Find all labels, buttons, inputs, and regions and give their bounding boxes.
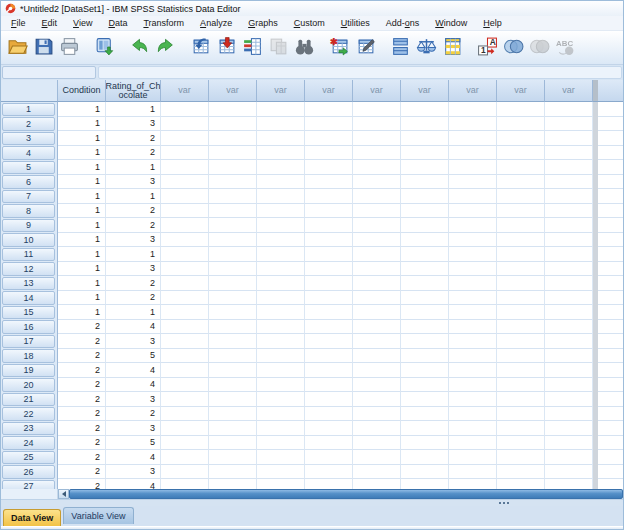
column-header-var-3[interactable]: var [257, 80, 305, 102]
cell-empty[interactable] [209, 218, 257, 233]
cell-empty[interactable] [257, 204, 305, 219]
cell-empty[interactable] [545, 421, 593, 436]
cell-empty[interactable] [449, 175, 497, 190]
cell-empty[interactable] [353, 204, 401, 219]
row-header-14[interactable]: 14 [1, 291, 58, 306]
cell-empty[interactable] [401, 247, 449, 262]
cell-rating-row23[interactable]: 3 [106, 421, 161, 436]
cell-empty[interactable] [401, 378, 449, 393]
cell-empty[interactable] [305, 189, 353, 204]
cell-empty[interactable] [257, 363, 305, 378]
cell-empty[interactable] [161, 363, 209, 378]
cell-empty[interactable] [401, 363, 449, 378]
column-header-condition[interactable]: Condition [58, 80, 106, 102]
cell-empty[interactable] [497, 218, 545, 233]
column-header-var-partial[interactable] [598, 80, 623, 102]
cell-condition-row7[interactable]: 1 [58, 189, 106, 204]
cell-rating-row16[interactable]: 4 [106, 320, 161, 335]
cell-empty[interactable] [353, 247, 401, 262]
cell-empty[interactable] [449, 407, 497, 422]
cell-empty[interactable] [161, 247, 209, 262]
cell-empty[interactable] [545, 479, 593, 489]
column-header-var-7[interactable]: var [449, 80, 497, 102]
cell-empty[interactable] [497, 276, 545, 291]
open-folder-button[interactable] [4, 34, 30, 61]
tab-data-view[interactable]: Data View [3, 509, 61, 526]
cell-empty[interactable] [161, 305, 209, 320]
cell-empty[interactable] [209, 349, 257, 364]
cell-empty[interactable] [401, 349, 449, 364]
cell-empty[interactable] [305, 117, 353, 132]
cell-empty[interactable] [598, 436, 623, 451]
cell-empty[interactable] [305, 479, 353, 489]
cell-empty[interactable] [257, 175, 305, 190]
cell-empty[interactable] [209, 392, 257, 407]
cell-empty[interactable] [401, 291, 449, 306]
cell-empty[interactable] [497, 363, 545, 378]
cell-empty[interactable] [209, 450, 257, 465]
cell-empty[interactable] [545, 436, 593, 451]
row-header-10[interactable]: 10 [1, 233, 58, 248]
cell-empty[interactable] [353, 305, 401, 320]
cell-empty[interactable] [305, 131, 353, 146]
cell-empty[interactable] [545, 450, 593, 465]
cell-empty[interactable] [449, 189, 497, 204]
cell-empty[interactable] [545, 175, 593, 190]
cell-empty[interactable] [305, 102, 353, 117]
cell-condition-row26[interactable]: 2 [58, 465, 106, 480]
cell-empty[interactable] [209, 334, 257, 349]
cell-empty[interactable] [598, 349, 623, 364]
cell-empty[interactable] [161, 436, 209, 451]
cell-empty[interactable] [401, 436, 449, 451]
cell-empty[interactable] [449, 117, 497, 132]
cell-empty[interactable] [257, 378, 305, 393]
menu-file[interactable]: File [3, 17, 34, 29]
row-header-18[interactable]: 18 [1, 349, 58, 364]
cell-empty[interactable] [305, 392, 353, 407]
row-header-2[interactable]: 2 [1, 117, 58, 132]
cell-condition-row13[interactable]: 1 [58, 276, 106, 291]
cell-empty[interactable] [449, 450, 497, 465]
cell-empty[interactable] [257, 407, 305, 422]
cell-empty[interactable] [545, 189, 593, 204]
cell-empty[interactable] [545, 247, 593, 262]
grid-corner-cell[interactable] [1, 80, 58, 102]
cell-empty[interactable] [401, 160, 449, 175]
cell-empty[interactable] [449, 291, 497, 306]
cell-rating-row11[interactable]: 1 [106, 247, 161, 262]
cell-condition-row10[interactable]: 1 [58, 233, 106, 248]
cell-empty[interactable] [305, 465, 353, 480]
cell-empty[interactable] [257, 479, 305, 489]
cell-empty[interactable] [545, 233, 593, 248]
cell-empty[interactable] [598, 189, 623, 204]
cell-empty[interactable] [449, 479, 497, 489]
cell-condition-row12[interactable]: 1 [58, 262, 106, 277]
row-header-6[interactable]: 6 [1, 175, 58, 190]
cell-condition-row14[interactable]: 1 [58, 291, 106, 306]
cell-empty[interactable] [401, 450, 449, 465]
cell-empty[interactable] [401, 479, 449, 489]
cell-empty[interactable] [353, 117, 401, 132]
cell-rating-row26[interactable]: 3 [106, 465, 161, 480]
cell-empty[interactable] [598, 363, 623, 378]
cell-empty[interactable] [305, 305, 353, 320]
cell-empty[interactable] [209, 247, 257, 262]
cell-empty[interactable] [209, 320, 257, 335]
row-header-24[interactable]: 24 [1, 436, 58, 451]
undo-button[interactable] [126, 34, 152, 61]
cell-empty[interactable] [449, 421, 497, 436]
cell-empty[interactable] [305, 146, 353, 161]
cell-empty[interactable] [353, 160, 401, 175]
cell-empty[interactable] [449, 102, 497, 117]
cell-empty[interactable] [545, 117, 593, 132]
cell-empty[interactable] [353, 363, 401, 378]
cell-empty[interactable] [161, 262, 209, 277]
cell-empty[interactable] [353, 479, 401, 489]
cell-empty[interactable] [161, 349, 209, 364]
cell-empty[interactable] [545, 407, 593, 422]
cell-condition-row8[interactable]: 1 [58, 204, 106, 219]
cell-empty[interactable] [497, 407, 545, 422]
cell-empty[interactable] [598, 320, 623, 335]
cell-empty[interactable] [305, 218, 353, 233]
cell-empty[interactable] [449, 262, 497, 277]
